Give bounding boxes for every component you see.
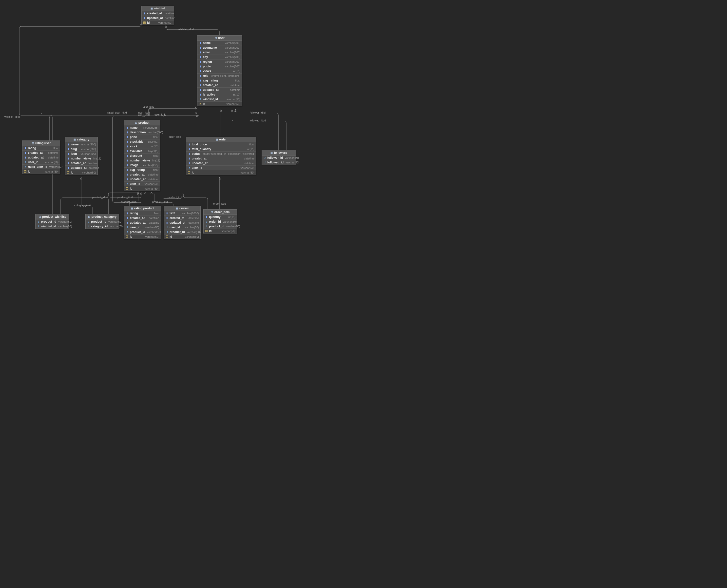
- entity-header[interactable]: order_item: [204, 210, 237, 215]
- entity-header[interactable]: product_category: [86, 214, 119, 219]
- column-row[interactable]: created_atdatetime: [124, 216, 161, 220]
- column-row[interactable]: imagevarchar(255): [124, 163, 160, 168]
- column-row[interactable]: wishlist_idvarchar(50): [36, 224, 69, 229]
- column-row[interactable]: product_idvarchar(50): [204, 224, 237, 229]
- column-row[interactable]: cityvarchar(200): [197, 55, 242, 60]
- column-row[interactable]: number_viewsint(11): [65, 156, 98, 161]
- column-row[interactable]: idvarchar(50): [22, 169, 60, 174]
- column-row[interactable]: avg_ratingfloat: [197, 78, 242, 83]
- column-row[interactable]: statusenum('accepted', 'in_expedition', …: [186, 151, 256, 156]
- column-row[interactable]: updated_atdatetime: [186, 161, 256, 166]
- column-row[interactable]: wishlist_idvarchar(50): [197, 97, 242, 102]
- entity-order_item[interactable]: order_itemquantityint(11)order_idvarchar…: [204, 209, 237, 233]
- column-row[interactable]: product_idvarchar(50): [86, 219, 119, 224]
- column-row[interactable]: emailvarchar(200): [197, 50, 242, 55]
- column-row[interactable]: textvarchar(1000): [164, 211, 200, 216]
- entity-header[interactable]: followers: [262, 150, 296, 155]
- column-row[interactable]: updated_atdatetime: [65, 166, 98, 170]
- column-row[interactable]: number_viewsint(11): [124, 158, 160, 163]
- column-row[interactable]: namevarchar(255): [124, 125, 160, 130]
- column-row[interactable]: idvarchar(50): [124, 186, 160, 191]
- column-row[interactable]: created_atdatetime: [124, 172, 160, 177]
- entity-product[interactable]: productnamevarchar(255)descriptionvarcha…: [124, 120, 160, 191]
- column-row[interactable]: order_idvarchar(50): [204, 219, 237, 224]
- entity-header[interactable]: category: [65, 137, 98, 142]
- column-row[interactable]: viewsint(11): [197, 69, 242, 74]
- column-type: varchar(50): [183, 226, 199, 229]
- entity-product_category[interactable]: product_categoryproduct_idvarchar(50)cat…: [85, 214, 119, 229]
- entity-followers[interactable]: followersfollower_idvarchar(50)followed_…: [262, 150, 296, 165]
- column-row[interactable]: created_atdatetime: [164, 216, 200, 220]
- entity-wishlist[interactable]: wishlistcreated_atdatetimeupdated_atdate…: [142, 6, 174, 25]
- column-row[interactable]: discountfloat: [124, 153, 160, 158]
- column-row[interactable]: user_idvarchar(50): [22, 160, 60, 165]
- column-row[interactable]: stockint(11): [124, 144, 160, 149]
- column-row[interactable]: follower_idvarchar(50): [262, 155, 296, 160]
- entity-category[interactable]: categorynamevarchar(200)slugvarchar(200)…: [65, 137, 98, 175]
- column-row[interactable]: regionvarchar(200): [197, 60, 242, 64]
- entity-header[interactable]: wishlist: [142, 6, 174, 11]
- column-row[interactable]: idvarchar(50): [164, 234, 200, 239]
- column-row[interactable]: updated_atdatetime: [124, 220, 161, 225]
- column-row[interactable]: user_idvarchar(50): [186, 166, 256, 170]
- entity-review[interactable]: reviewtextvarchar(1000)created_atdatetim…: [164, 206, 201, 239]
- column-row[interactable]: created_atdatetime: [22, 151, 60, 155]
- entity-header[interactable]: order: [186, 137, 256, 142]
- column-row[interactable]: created_atdatetime: [142, 11, 174, 16]
- column-row[interactable]: product_idvarchar(50): [36, 219, 69, 224]
- column-row[interactable]: is_activeint(11): [197, 92, 242, 97]
- column-row[interactable]: pricefloat: [124, 135, 160, 140]
- column-row[interactable]: idvarchar(50): [124, 234, 161, 239]
- column-row[interactable]: photovarchar(200): [197, 64, 242, 69]
- column-row[interactable]: namevarchar(200): [65, 142, 98, 147]
- column-row[interactable]: created_atdatetime: [65, 161, 98, 166]
- entity-order[interactable]: ordertotal_pricefloattotal_quantityint(1…: [186, 137, 256, 175]
- column-row[interactable]: slugvarchar(200): [65, 147, 98, 151]
- column-row[interactable]: product_idvarchar(50): [124, 230, 161, 234]
- column-row[interactable]: product_idvarchar(50): [164, 230, 200, 234]
- column-row[interactable]: user_idvarchar(50): [164, 225, 200, 230]
- column-row[interactable]: followed_idvarchar(50): [262, 160, 296, 165]
- column-row[interactable]: quantityint(11): [204, 215, 237, 219]
- entity-header[interactable]: user: [197, 36, 242, 41]
- column-row[interactable]: avg_ratingfloat: [124, 168, 160, 172]
- column-row[interactable]: updated_atdatetime: [197, 88, 242, 92]
- column-row[interactable]: total_quantityint(11): [186, 147, 256, 151]
- column-row[interactable]: updated_atdatetime: [164, 220, 200, 225]
- column-row[interactable]: idvarchar(50): [65, 170, 98, 175]
- entity-header[interactable]: product_wishlist: [36, 214, 69, 219]
- column-row[interactable]: descriptionvarchar(800): [124, 130, 160, 135]
- column-row[interactable]: rated_user_idvarchar(50): [22, 165, 60, 169]
- column-row[interactable]: created_atdatetime: [197, 83, 242, 88]
- column-row[interactable]: idvarchar(50): [197, 102, 242, 106]
- column-row[interactable]: availabletinyint(1): [124, 149, 160, 153]
- entity-header[interactable]: review: [164, 206, 200, 211]
- column-row[interactable]: roleenum('client', 'premium'): [197, 74, 242, 78]
- entity-product_wishlist[interactable]: product_wishlistproduct_idvarchar(50)wis…: [35, 214, 69, 229]
- column-row[interactable]: ratingfloat: [22, 146, 60, 151]
- column-row[interactable]: ratingfloat: [124, 211, 161, 216]
- column-type: varchar(50): [224, 98, 240, 101]
- entity-header[interactable]: rating product: [124, 206, 161, 211]
- column-row[interactable]: iconvarchar(200): [65, 151, 98, 156]
- entity-header[interactable]: product: [124, 120, 160, 125]
- column-row[interactable]: usernamevarchar(200): [197, 45, 242, 50]
- table-icon: [215, 36, 217, 40]
- column-row[interactable]: namevarchar(200): [197, 41, 242, 45]
- column-row[interactable]: user_idvarchar(50): [124, 225, 161, 230]
- column-row[interactable]: category_idvarchar(50): [86, 224, 119, 229]
- column-row[interactable]: updated_atdatetime: [124, 177, 160, 182]
- entity-header[interactable]: rating user: [22, 141, 60, 146]
- entity-user[interactable]: usernamevarchar(200)usernamevarchar(200)…: [197, 35, 242, 106]
- column-row[interactable]: idvarchar(50): [142, 20, 174, 25]
- entity-rating_user[interactable]: rating userratingfloatcreated_atdatetime…: [22, 141, 60, 174]
- column-row[interactable]: user_idvarchar(50): [124, 182, 160, 186]
- column-row[interactable]: stockabletinyint(1): [124, 140, 160, 144]
- column-row[interactable]: updated_atdatetime: [22, 155, 60, 160]
- column-row[interactable]: idvarchar(50): [186, 170, 256, 175]
- column-row[interactable]: created_atdatetime: [186, 156, 256, 161]
- column-row[interactable]: idvarchar(50): [204, 229, 237, 233]
- entity-rating_product[interactable]: rating productratingfloatcreated_atdatet…: [124, 206, 161, 239]
- column-row[interactable]: updated_atdatetime: [142, 16, 174, 20]
- column-row[interactable]: total_pricefloat: [186, 142, 256, 147]
